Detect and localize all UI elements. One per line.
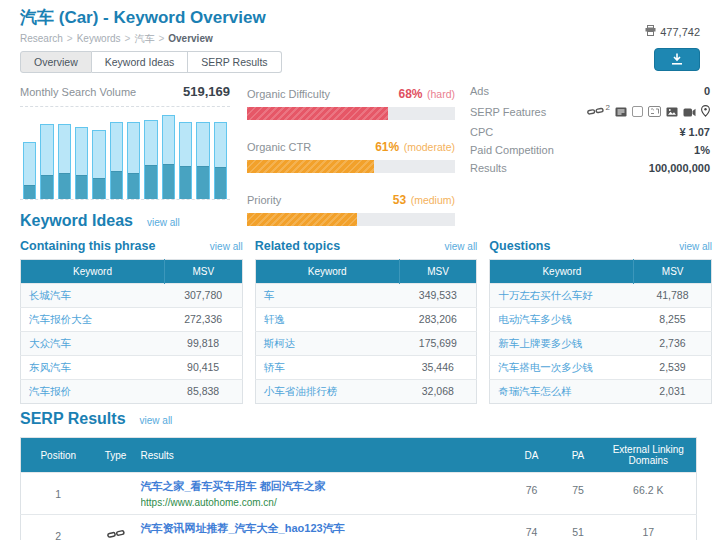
table-row: 轩逸283,206: [255, 308, 477, 332]
serp-results-view-all-link[interactable]: view all: [140, 415, 173, 426]
msv-bar: [58, 124, 71, 199]
view-tabs: Overview Keyword Ideas SERP Results: [20, 51, 282, 73]
keyword-ideas-view-all-link[interactable]: view all: [147, 217, 180, 228]
msv-bar-dark-segment: [59, 173, 70, 199]
link-type-icon: [107, 530, 125, 540]
breadcrumb-item-keyword[interactable]: 汽车: [134, 33, 154, 44]
column-header-msv: MSV: [165, 260, 243, 284]
keyword-ideas-columns: Containing this phrase view all Keyword …: [20, 239, 712, 404]
breadcrumb-item-keywords[interactable]: Keywords: [77, 33, 121, 44]
result-url-link[interactable]: https://www.autohome.com.cn/: [141, 497, 503, 508]
related-topics-table: Keyword MSV 车349,533 轩逸283,206 斯柯达175,69…: [255, 259, 478, 404]
keyword-link[interactable]: 汽车搭电一次多少钱: [490, 356, 634, 380]
keyword-stats-list: Ads 0 SERP Features 2 CPC ¥ 1.07 Paid Co…: [470, 82, 710, 177]
result-cell: 汽车之家_看车买车用车 都回汽车之家 https://www.autohome.…: [136, 473, 508, 515]
related-topics-view-all-link[interactable]: view all: [445, 241, 478, 252]
metric-organic-ctr: Organic CTR 61% (moderate): [247, 137, 455, 173]
serp-row: 2 汽车资讯网址推荐_汽车大全_hao123汽车 http://www.hao1…: [21, 515, 697, 540]
priority-track: [247, 213, 455, 226]
table-row: 奇瑞汽车怎么样2,031: [490, 380, 712, 404]
tab-keyword-ideas[interactable]: Keyword Ideas: [92, 51, 188, 73]
results-label: Results: [470, 162, 507, 174]
da-cell: 76: [508, 473, 556, 515]
keyword-link[interactable]: 电动汽车多少钱: [490, 308, 634, 332]
msv-bar: [23, 142, 36, 199]
organic-difficulty-fill: [247, 107, 388, 120]
tab-overview[interactable]: Overview: [20, 51, 92, 73]
keyword-link[interactable]: 车: [255, 284, 399, 308]
column-header-type: Type: [96, 438, 136, 473]
breadcrumb: Research>Keywords>汽车>Overview: [20, 32, 213, 46]
position-cell: 2: [21, 515, 96, 540]
msv-cell: 35,446: [399, 356, 477, 380]
keyword-overview-page: 汽车 (Car) - Keyword Overview Research>Key…: [0, 0, 720, 540]
keyword-link[interactable]: 汽车报价大全: [21, 308, 165, 332]
keyword-link[interactable]: 小车省油排行榜: [255, 380, 399, 404]
containing-phrase-heading: Containing this phrase: [20, 239, 155, 253]
priority-fill: [247, 213, 357, 226]
da-cell: 74: [508, 515, 556, 540]
msv-bar: [110, 122, 123, 199]
priority-label: Priority: [247, 194, 281, 206]
msv-cell: 85,838: [165, 380, 243, 404]
result-cell: 汽车资讯网址推荐_汽车大全_hao123汽车 http://www.hao123…: [136, 515, 508, 540]
msv-chart: [20, 106, 230, 200]
serp-results-table: Position Type Results DA PA External Lin…: [20, 437, 697, 540]
questions-view-all-link[interactable]: view all: [679, 241, 712, 252]
column-header-pa: PA: [556, 438, 601, 473]
keyword-link[interactable]: 轩逸: [255, 308, 399, 332]
keyword-link[interactable]: 大众汽车: [21, 332, 165, 356]
serp-features-icons: 2: [587, 103, 710, 121]
msv-cell: 2,736: [634, 332, 712, 356]
breadcrumb-separator: >: [67, 33, 73, 44]
keyword-link[interactable]: 奇瑞汽车怎么样: [490, 380, 634, 404]
keyword-link[interactable]: 斯柯达: [255, 332, 399, 356]
msv-cell: 272,336: [165, 308, 243, 332]
table-row: 车349,533: [255, 284, 477, 308]
keyword-link[interactable]: 长城汽车: [21, 284, 165, 308]
keyword-link[interactable]: 轿车: [255, 356, 399, 380]
msv-bar: [179, 122, 192, 199]
keyword-link[interactable]: 新车上牌要多少钱: [490, 332, 634, 356]
containing-phrase-column: Containing this phrase view all Keyword …: [20, 239, 243, 404]
result-title-link[interactable]: 汽车之家_看车买车用车 都回汽车之家: [141, 479, 503, 493]
organic-difficulty-qualifier: (hard): [427, 88, 455, 100]
questions-table: Keyword MSV 十万左右买什么车好41,788 电动汽车多少钱8,255…: [489, 259, 712, 404]
download-button[interactable]: [654, 48, 700, 71]
table-row: 东风汽车90,415: [21, 356, 243, 380]
sitelinks-icon: [587, 103, 604, 121]
msv-cell: 8,255: [634, 308, 712, 332]
result-title-link[interactable]: 汽车资讯网址推荐_汽车大全_hao123汽车: [141, 521, 503, 535]
keyword-ideas-heading-text: Keyword Ideas: [20, 212, 133, 229]
msv-bar: [40, 124, 53, 199]
external-linking-domains-cell: 17: [601, 515, 697, 540]
video-icon: [683, 103, 696, 121]
containing-phrase-table: Keyword MSV 长城汽车307,780 汽车报价大全272,336 大众…: [20, 259, 243, 404]
msv-bar: [92, 130, 105, 199]
serp-features-label: SERP Features: [470, 106, 546, 118]
breadcrumb-item-research[interactable]: Research: [20, 33, 63, 44]
table-row: 大众汽车99,818: [21, 332, 243, 356]
msv-bar-dark-segment: [180, 166, 191, 199]
organic-ctr-track: [247, 160, 455, 173]
keyword-link[interactable]: 东风汽车: [21, 356, 165, 380]
keyword-link[interactable]: 十万左右买什么车好: [490, 284, 634, 308]
page-title: 汽车 (Car) - Keyword Overview: [20, 6, 266, 29]
image-pack-icon: [666, 103, 678, 121]
containing-phrase-view-all-link[interactable]: view all: [210, 241, 243, 252]
stat-serp-features: SERP Features 2: [470, 100, 710, 123]
column-header-keyword: Keyword: [490, 260, 634, 284]
msv-cell: 283,206: [399, 308, 477, 332]
column-header-position: Position: [21, 438, 96, 473]
table-row: 汽车报价大全272,336: [21, 308, 243, 332]
table-row: 汽车报价85,838: [21, 380, 243, 404]
local-pack-icon: [701, 103, 710, 121]
priority-value: 53: [393, 193, 406, 207]
tab-serp-results[interactable]: SERP Results: [188, 51, 281, 73]
credits-icon: [645, 25, 656, 38]
related-topics-heading: Related topics: [255, 239, 340, 253]
organic-ctr-qualifier: (moderate): [404, 141, 455, 153]
organic-ctr-label: Organic CTR: [247, 141, 311, 153]
questions-column: Questions view all Keyword MSV 十万左右买什么车好…: [489, 239, 712, 404]
keyword-link[interactable]: 汽车报价: [21, 380, 165, 404]
